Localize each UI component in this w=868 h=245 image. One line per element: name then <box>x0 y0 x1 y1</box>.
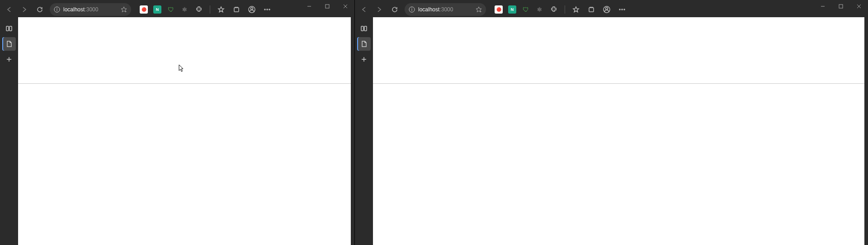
svg-rect-33 <box>364 26 367 31</box>
svg-point-28 <box>606 8 608 10</box>
address-text: localhost:3000 <box>63 6 98 13</box>
mouse-cursor-icon <box>179 64 184 72</box>
new-tab-button[interactable] <box>2 53 16 66</box>
svg-rect-8 <box>234 8 239 12</box>
toolbar-separator <box>210 5 210 14</box>
browser-toolbar: localhost:3000 + 🔴 N 🛡 ⚛ <box>355 0 868 17</box>
site-info-icon[interactable] <box>53 6 61 13</box>
svg-rect-26 <box>589 8 594 12</box>
tab-actions-button[interactable] <box>357 22 371 35</box>
new-tab-button[interactable] <box>357 53 371 66</box>
extension-shield-icon[interactable]: 🛡 <box>165 3 177 16</box>
extension-2-icon[interactable]: N <box>506 3 519 16</box>
extensions-menu-icon[interactable] <box>192 3 206 16</box>
profile-icon[interactable] <box>245 3 259 16</box>
address-text: localhost:3000 <box>418 6 453 13</box>
svg-rect-19 <box>839 5 843 8</box>
more-menu-icon[interactable] <box>260 3 274 16</box>
content-top-band[interactable] <box>18 17 351 83</box>
svg-point-13 <box>269 9 270 10</box>
reload-button[interactable] <box>387 3 402 16</box>
favorite-icon[interactable]: + <box>120 6 127 13</box>
favorite-icon[interactable]: + <box>475 6 482 13</box>
window-controls <box>300 0 354 13</box>
svg-point-12 <box>267 9 268 10</box>
browser-window-right: localhost:3000 + 🔴 N 🛡 ⚛ <box>355 0 868 245</box>
vertical-tab-bar <box>355 17 373 245</box>
extension-2-icon[interactable]: N <box>151 3 164 16</box>
back-button[interactable] <box>357 3 371 16</box>
svg-rect-1 <box>326 5 329 8</box>
extension-1-icon[interactable]: 🔴 <box>137 3 150 16</box>
svg-rect-14 <box>6 26 9 31</box>
vertical-tab-bar <box>0 17 18 245</box>
content-bottom-area[interactable] <box>18 84 351 245</box>
forward-button[interactable] <box>17 3 32 16</box>
tab-actions-button[interactable] <box>2 22 16 35</box>
extension-react-icon[interactable]: ⚛ <box>533 3 546 16</box>
address-bar[interactable]: localhost:3000 + <box>50 3 131 16</box>
site-info-icon[interactable] <box>408 6 415 13</box>
minimize-button[interactable] <box>300 0 318 13</box>
tab-page[interactable] <box>2 37 16 51</box>
extension-shield-icon[interactable]: 🛡 <box>519 3 532 16</box>
svg-point-24 <box>411 8 412 9</box>
more-menu-icon[interactable] <box>615 3 629 16</box>
svg-rect-15 <box>9 26 12 31</box>
svg-point-11 <box>264 9 265 10</box>
svg-text:+: + <box>125 10 127 13</box>
browser-window-left: localhost:3000 + 🔴 N 🛡 ⚛ <box>0 0 354 245</box>
extension-react-icon[interactable]: ⚛ <box>178 3 191 16</box>
svg-point-10 <box>251 8 253 10</box>
content-bottom-area[interactable] <box>373 84 864 245</box>
back-button[interactable] <box>2 3 16 16</box>
maximize-button[interactable] <box>318 0 336 13</box>
extensions-menu-icon[interactable] <box>547 3 561 16</box>
svg-text:+: + <box>480 10 482 13</box>
profile-icon[interactable] <box>599 3 614 16</box>
address-bar[interactable]: localhost:3000 + <box>405 3 486 16</box>
collections-icon[interactable] <box>229 3 244 16</box>
maximize-button[interactable] <box>832 0 850 13</box>
svg-point-6 <box>57 8 57 9</box>
reload-button[interactable] <box>33 3 47 16</box>
favorites-bar-icon[interactable] <box>569 3 583 16</box>
svg-point-30 <box>622 9 623 10</box>
window-controls <box>814 0 868 13</box>
favorites-bar-icon[interactable] <box>214 3 228 16</box>
toolbar-separator <box>565 5 565 14</box>
forward-button[interactable] <box>372 3 387 16</box>
svg-point-31 <box>624 9 625 10</box>
page-content <box>18 17 351 245</box>
svg-rect-32 <box>361 26 363 31</box>
collections-icon[interactable] <box>584 3 599 16</box>
minimize-button[interactable] <box>814 0 832 13</box>
page-content <box>373 17 864 245</box>
content-top-band[interactable] <box>373 17 864 83</box>
svg-point-29 <box>619 9 620 10</box>
close-button[interactable] <box>850 0 868 13</box>
close-button[interactable] <box>336 0 354 13</box>
tab-page[interactable] <box>357 37 371 51</box>
extension-1-icon[interactable]: 🔴 <box>492 3 505 16</box>
